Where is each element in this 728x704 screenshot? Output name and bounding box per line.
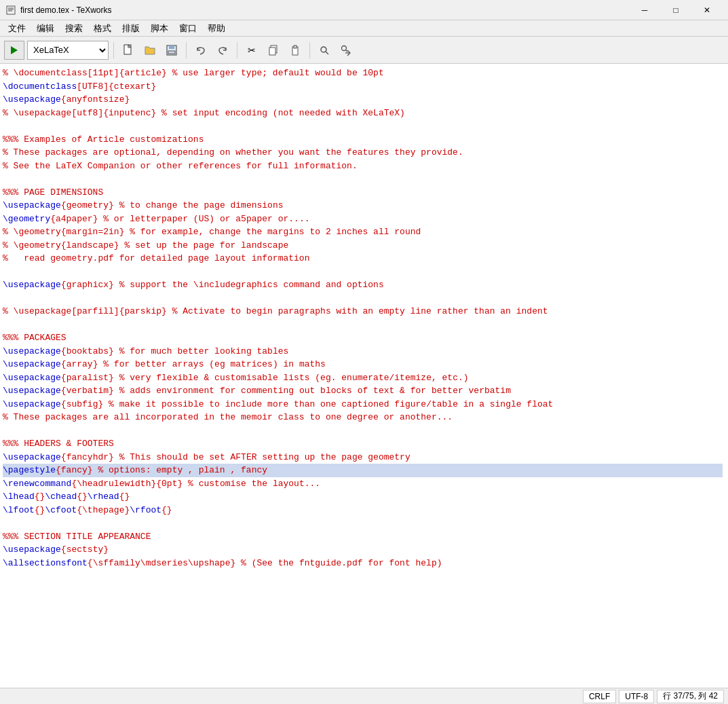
redo-button[interactable] (213, 41, 232, 60)
table-row (3, 424, 723, 438)
titlebar: first demo.tex - TeXworks ─ □ ✕ (0, 0, 728, 20)
menu-item-帮助[interactable]: 帮助 (202, 21, 231, 36)
table-row (3, 517, 723, 530)
toolbar-separator-2 (186, 42, 187, 58)
app-icon (5, 5, 16, 16)
cut-button[interactable]: ✂ (242, 41, 261, 60)
cursor-position: 行 37/75, 列 42 (657, 690, 724, 703)
toolbar-separator-1 (113, 42, 114, 58)
svg-rect-9 (168, 51, 175, 54)
table-row: \usepackage{paralist} % very flexible & … (3, 371, 723, 385)
table-row (3, 318, 723, 332)
table-row: % See the LaTeX Companion or other refer… (3, 160, 723, 173)
statusbar: CRLF UTF-8 行 37/75, 列 42 (0, 688, 728, 704)
toolbar: XeLaTeX pdfLaTeX LuaLaTeX (0, 37, 728, 64)
paste-button[interactable] (286, 41, 305, 60)
window-controls: ─ □ ✕ (629, 0, 723, 20)
table-row: \usepackage{anyfontsize} (3, 93, 723, 107)
menubar: 文件编辑搜索格式排版脚本窗口帮助 (0, 20, 728, 37)
table-row (3, 172, 723, 186)
minimize-button[interactable]: ─ (629, 0, 660, 20)
menu-item-编辑[interactable]: 编辑 (31, 21, 60, 36)
close-button[interactable]: ✕ (691, 0, 723, 20)
table-row: \usepackage{graphicx} % support the \inc… (3, 278, 723, 292)
toolbar-separator-4 (309, 42, 310, 58)
table-row (3, 292, 723, 305)
svg-rect-0 (7, 6, 15, 14)
maximize-button[interactable]: □ (660, 0, 691, 20)
svg-rect-11 (269, 48, 275, 55)
table-row: \lfoot{}\cfoot{\thepage}\rfoot{} (3, 504, 723, 517)
table-row: % \usepackage[utf8]{inputenc} % set inpu… (3, 107, 723, 120)
undo-button[interactable] (191, 41, 210, 60)
table-row: \documentclass[UTF8]{ctexart} (3, 80, 723, 94)
line-ending-indicator: CRLF (583, 690, 616, 703)
window-title: first demo.tex - TeXworks (20, 5, 629, 15)
svg-marker-4 (11, 46, 18, 54)
svg-rect-8 (169, 45, 174, 49)
svg-line-17 (346, 50, 348, 52)
save-file-button[interactable] (162, 41, 181, 60)
table-row: % \documentclass[11pt]{article} % use la… (3, 67, 723, 80)
table-row: %%% SECTION TITLE APPEARANCE (3, 530, 723, 544)
code-editor[interactable]: % \documentclass[11pt]{article} % use la… (0, 64, 728, 688)
table-row: \usepackage{geometry} % to change the pa… (3, 199, 723, 212)
open-file-button[interactable] (140, 41, 159, 60)
table-row: \renewcommand{\headrulewidth}{0pt} % cus… (3, 477, 723, 491)
table-row: % These packages are optional, depending… (3, 146, 723, 160)
table-row: \geometry{a4paper} % or letterpaper (US)… (3, 212, 723, 226)
table-row: %%% Examples of Article customizations (3, 133, 723, 147)
menu-item-脚本[interactable]: 脚本 (145, 21, 174, 36)
copy-button[interactable] (264, 41, 283, 60)
table-row: \allsectionsfont{\sffamily\mdseries\upsh… (3, 557, 723, 570)
svg-line-15 (326, 52, 328, 54)
table-row: \usepackage{verbatim} % adds environment… (3, 384, 723, 398)
table-row (3, 265, 723, 279)
replace-button[interactable] (337, 41, 356, 60)
table-row: \usepackage{booktabs} % for much better … (3, 345, 723, 358)
table-row: \usepackage{fancyhdr} % This should be s… (3, 451, 723, 464)
table-row: % \usepackage[parfill]{parskip} % Activa… (3, 305, 723, 318)
toolbar-separator-3 (237, 42, 237, 58)
table-row: \usepackage{subfig} % make it possible t… (3, 398, 723, 411)
run-button[interactable] (4, 41, 24, 60)
table-row: \pagestyle{fancy} % options: empty , pla… (3, 464, 723, 477)
table-row: \usepackage{sectsty} (3, 543, 723, 557)
menu-item-搜索[interactable]: 搜索 (60, 21, 88, 36)
table-row: \lhead{}\chead{}\rhead{} (3, 490, 723, 504)
table-row (3, 119, 723, 133)
table-row: % read geometry.pdf for detailed page la… (3, 252, 723, 265)
table-row: % \geometry{margin=2in} % for example, c… (3, 225, 723, 239)
table-row: %%% PACKAGES (3, 331, 723, 345)
table-row: \usepackage{array} % for better arrays (… (3, 358, 723, 371)
menu-item-格式[interactable]: 格式 (88, 21, 117, 36)
menu-item-文件[interactable]: 文件 (3, 21, 31, 36)
encoding-indicator: UTF-8 (619, 690, 654, 703)
table-row: %%% HEADERS & FOOTERS (3, 437, 723, 451)
svg-rect-13 (294, 45, 296, 48)
table-row: % These packages are all incorporated in… (3, 411, 723, 424)
table-row: % \geometry{landscape} % set up the page… (3, 239, 723, 253)
svg-point-14 (321, 47, 326, 52)
editor-container: % \documentclass[11pt]{article} % use la… (0, 64, 728, 688)
menu-item-窗口[interactable]: 窗口 (174, 21, 202, 36)
new-file-button[interactable] (119, 41, 138, 60)
table-row: %%% PAGE DIMENSIONS (3, 186, 723, 200)
engine-select[interactable]: XeLaTeX pdfLaTeX LuaLaTeX (27, 41, 109, 60)
svg-point-16 (342, 45, 347, 50)
find-button[interactable] (315, 41, 334, 60)
menu-item-排版[interactable]: 排版 (117, 21, 145, 36)
